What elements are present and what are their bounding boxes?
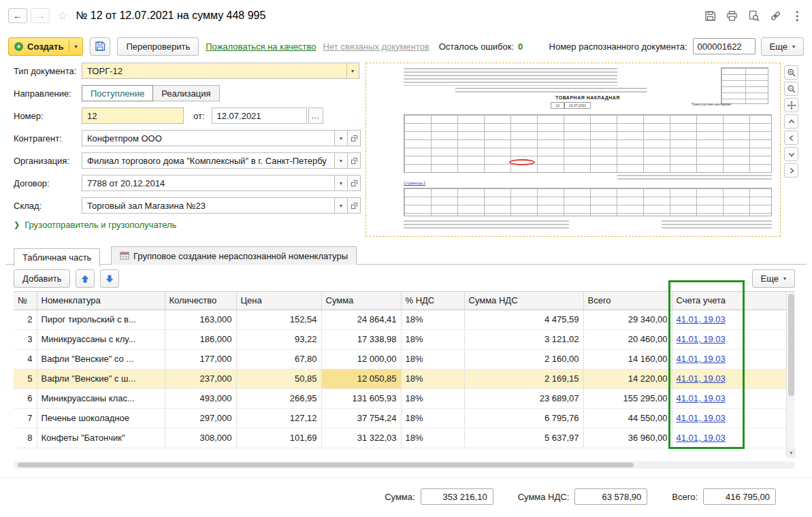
col-header-nomenclature[interactable]: Номенклатура (37, 292, 165, 310)
table-row[interactable]: 2 Пирог тирольский с в... 163,000 152,54… (14, 310, 786, 329)
scan-page2-link[interactable]: Страница 2 (404, 181, 425, 185)
cell-nomenclature[interactable]: Миникруассаны с клу... (37, 329, 165, 349)
col-header-quantity[interactable]: Количество (165, 292, 236, 310)
recheck-button[interactable]: Перепроверить (117, 37, 199, 56)
organization-open-button[interactable] (348, 152, 361, 169)
cell-sum[interactable]: 37 754,24 (321, 408, 401, 428)
cell-vat-percent[interactable]: 18% (401, 329, 464, 349)
recognized-number-field[interactable]: 000001622 (693, 38, 756, 54)
contract-open-button[interactable] (348, 175, 361, 191)
col-header-total[interactable]: Всего (583, 292, 672, 310)
cell-vat-sum[interactable]: 6 795,76 (464, 408, 583, 428)
scroll-left-button[interactable] (784, 131, 798, 145)
move-row-up-button[interactable] (76, 269, 95, 288)
warehouse-open-button[interactable] (348, 197, 361, 214)
table-row[interactable]: 8 Конфеты "Батончик" 308,000 101,69 31 3… (14, 428, 786, 448)
cell-sum[interactable]: 17 338,98 (321, 329, 401, 349)
cell-vat-sum[interactable]: 23 689,07 (464, 388, 583, 408)
cell-num[interactable]: 2 (14, 310, 37, 329)
move-row-down-button[interactable] (100, 269, 119, 288)
cell-sum[interactable]: 131 605,93 (321, 388, 401, 408)
contragent-choose-button[interactable]: ▾ (335, 130, 348, 146)
doc-type-field[interactable]: ТОРГ-12 ▾ (82, 63, 359, 79)
add-row-button[interactable]: Добавить (14, 269, 70, 288)
horizontal-scrollbar-thumb[interactable] (18, 463, 634, 467)
pan-button[interactable] (784, 98, 798, 112)
col-header-vat-sum[interactable]: Сумма НДС (464, 292, 583, 310)
cell-vat-percent[interactable]: 18% (401, 310, 464, 329)
accounts-link[interactable]: 41.01, 19.03 (677, 393, 726, 403)
accounts-link[interactable]: 41.01, 19.03 (677, 314, 726, 324)
cell-quantity[interactable]: 186,000 (165, 329, 236, 349)
table-row[interactable]: 7 Печенье шоколадное 297,000 127,12 37 7… (14, 408, 786, 428)
shipper-consignee-link[interactable]: ❯ Грузоотправитель и грузополучатель (14, 220, 364, 230)
cell-total[interactable]: 44 550,00 (583, 408, 672, 428)
cell-num[interactable]: 8 (14, 428, 37, 448)
cell-sum[interactable]: 12 000,00 (321, 349, 401, 369)
cell-num[interactable]: 6 (14, 388, 37, 408)
col-header-price[interactable]: Цена (236, 292, 321, 310)
cell-price[interactable]: 50,85 (236, 369, 321, 388)
cell-nomenclature[interactable]: Вафли "Венские" со ... (37, 349, 165, 369)
warehouse-choose-button[interactable]: ▾ (335, 197, 348, 214)
cell-quantity[interactable]: 308,000 (165, 428, 236, 448)
date-picker-button[interactable]: ... (308, 107, 323, 124)
accounts-link[interactable]: 41.01, 19.03 (677, 433, 726, 443)
cell-vat-sum[interactable]: 4 475,59 (464, 310, 583, 329)
cell-vat-sum[interactable]: 2 160,00 (464, 349, 583, 369)
cell-price[interactable]: 127,12 (236, 408, 321, 428)
table-row-selected[interactable]: 5 Вафли "Венские" с ш... 237,000 50,85 1… (14, 369, 786, 388)
vertical-scrollbar-thumb[interactable] (788, 294, 794, 396)
number-field[interactable]: 12 (82, 107, 184, 124)
forward-button[interactable]: → (31, 8, 50, 23)
cell-num[interactable]: 3 (14, 329, 37, 349)
contract-field[interactable]: 7788 от 20.12.2014 (82, 175, 335, 191)
warehouse-field[interactable]: Торговый зал Магазина №23 (82, 197, 335, 214)
create-button[interactable]: + Создать ▾ (8, 37, 83, 56)
cell-vat-percent[interactable]: 18% (401, 349, 464, 369)
cell-vat-percent[interactable]: 18% (401, 428, 464, 448)
cell-total[interactable]: 14 220,00 (583, 369, 672, 388)
save-document-button[interactable] (90, 37, 110, 56)
cell-nomenclature[interactable]: Печенье шоколадное (37, 408, 165, 428)
cell-num[interactable]: 5 (14, 369, 37, 388)
favorite-star-icon[interactable]: ☆ (57, 9, 67, 23)
contract-choose-button[interactable]: ▾ (335, 175, 348, 191)
cell-price[interactable]: 266,95 (236, 388, 321, 408)
col-header-sum[interactable]: Сумма (321, 292, 401, 310)
scroll-up-button[interactable] (784, 114, 798, 129)
tab-group-creation[interactable]: Групповое создание нераспознанной номенк… (111, 246, 357, 265)
cell-price[interactable]: 67,80 (236, 349, 321, 369)
accounts-link[interactable]: 41.01, 19.03 (677, 373, 726, 384)
cell-price[interactable]: 101,69 (236, 428, 321, 448)
cell-nomenclature[interactable]: Миникруассаны клас... (37, 388, 165, 408)
organization-choose-button[interactable]: ▾ (335, 152, 348, 169)
zoom-out-button[interactable] (784, 82, 798, 96)
cell-quantity[interactable]: 177,000 (165, 349, 236, 369)
print-icon[interactable] (725, 9, 738, 22)
cell-num[interactable]: 4 (14, 349, 37, 369)
cell-total[interactable]: 20 460,00 (583, 329, 672, 349)
scanned-document-preview[interactable]: ТОВАРНАЯ НАКЛАДНАЯ 12 12.07.2021 Транспо… (366, 63, 781, 237)
cell-vat-sum[interactable]: 3 121,02 (464, 329, 583, 349)
back-button[interactable]: ← (8, 8, 27, 23)
contragent-field[interactable]: Конфетпром ООО (82, 130, 335, 146)
contragent-open-button[interactable] (348, 130, 361, 146)
zoom-in-button[interactable] (784, 65, 798, 80)
scroll-down-button[interactable] (784, 147, 798, 161)
table-row[interactable]: 6 Миникруассаны клас... 493,000 266,95 1… (14, 388, 786, 408)
cell-quantity[interactable]: 237,000 (165, 369, 236, 388)
cell-total[interactable]: 14 160,00 (583, 349, 672, 369)
scroll-right-button[interactable] (784, 163, 798, 178)
cell-vat-percent[interactable]: 18% (401, 408, 464, 428)
col-header-accounts[interactable]: Счета учета (672, 292, 743, 310)
cell-nomenclature[interactable]: Вафли "Венские" с ш... (37, 369, 165, 388)
chevron-down-icon[interactable]: ▾ (346, 63, 354, 78)
col-header-vat-percent[interactable]: % НДС (401, 292, 464, 310)
direction-option-realizacia[interactable]: Реализация (153, 85, 219, 101)
link-icon[interactable] (768, 9, 782, 22)
scrollbar-down-button[interactable]: ▾ (787, 448, 796, 458)
cell-vat-percent[interactable]: 18% (401, 369, 464, 388)
cell-quantity[interactable]: 493,000 (165, 388, 236, 408)
accounts-link[interactable]: 41.01, 19.03 (677, 354, 726, 364)
